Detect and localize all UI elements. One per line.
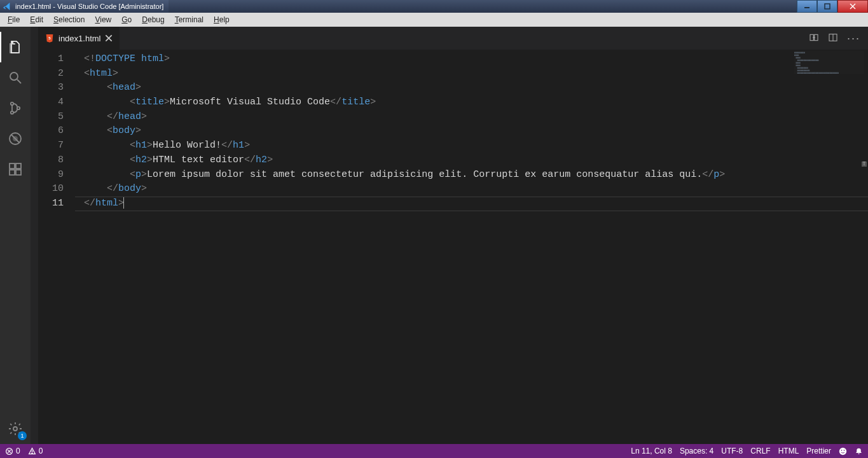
- status-feedback-icon[interactable]: [839, 447, 847, 455]
- svg-point-4: [10, 73, 18, 80]
- status-warnings[interactable]: 0: [28, 447, 43, 455]
- side-panel-collapsed[interactable]: [31, 27, 38, 444]
- line-number-gutter: 1234567891011: [38, 50, 75, 444]
- menu-go[interactable]: Go: [116, 14, 137, 25]
- svg-rect-12: [10, 163, 15, 169]
- svg-point-6: [11, 102, 13, 105]
- vscode-app-icon: [3, 1, 13, 11]
- window-title: index1.html - Visual Studio Code [Admini…: [15, 3, 163, 10]
- html-file-icon: 5: [45, 33, 55, 43]
- svg-point-8: [17, 107, 20, 109]
- menu-edit[interactable]: Edit: [25, 14, 48, 25]
- tab-label: index1.html: [59, 34, 100, 43]
- menu-terminal[interactable]: Terminal: [170, 14, 209, 25]
- menu-view[interactable]: View: [90, 14, 116, 25]
- status-encoding[interactable]: UTF-8: [721, 447, 743, 455]
- menu-help[interactable]: Help: [209, 14, 235, 25]
- svg-rect-13: [16, 163, 21, 169]
- minimap[interactable]: ▄▄▄▄▄▄▄▄▄▄ ▄▄▄ ▄▄▄▄▄▄▄▄▄▄▄▄▄▄ ▄▄▄ ▄▄▄ ▄▄…: [794, 51, 864, 74]
- svg-rect-1: [825, 4, 830, 9]
- window-buttons: [797, 0, 868, 13]
- activity-source-control[interactable]: [0, 93, 31, 123]
- svg-point-30: [841, 450, 843, 451]
- code-content[interactable]: <!DOCTYPE html><html> <head> <title>Micr…: [75, 50, 868, 444]
- tab-index1-html[interactable]: 5 index1.html: [38, 27, 120, 50]
- status-errors[interactable]: 0: [5, 447, 20, 455]
- window-maximize-button[interactable]: [817, 0, 837, 13]
- activity-explorer[interactable]: [0, 32, 31, 62]
- activity-debug[interactable]: [0, 123, 31, 154]
- status-notifications-icon[interactable]: [855, 447, 863, 455]
- activity-search[interactable]: [0, 62, 31, 93]
- status-cursor-position[interactable]: Ln 11, Col 8: [631, 447, 672, 455]
- svg-point-11: [13, 137, 17, 141]
- overview-ruler: T: [859, 50, 868, 444]
- settings-badge: 1: [18, 431, 27, 440]
- status-eol[interactable]: CRLF: [750, 447, 770, 455]
- tab-close-icon[interactable]: [104, 34, 113, 43]
- status-formatter[interactable]: Prettier: [806, 447, 831, 455]
- status-bar: 0 0 Ln 11, Col 8 Spaces: 4 UTF-8 CRLF HT…: [0, 444, 868, 458]
- svg-rect-15: [16, 170, 21, 175]
- menu-debug[interactable]: Debug: [137, 14, 169, 25]
- svg-line-5: [17, 80, 21, 83]
- more-actions-icon[interactable]: ···: [847, 32, 860, 45]
- status-language[interactable]: HTML: [778, 447, 799, 455]
- svg-point-16: [13, 427, 17, 431]
- svg-rect-14: [10, 170, 15, 175]
- editor-tabs: 5 index1.html ···: [38, 27, 868, 50]
- code-editor[interactable]: 1234567891011 <!DOCTYPE html><html> <hea…: [38, 50, 868, 444]
- overview-marker: T: [862, 162, 867, 167]
- status-indentation[interactable]: Spaces: 4: [680, 447, 713, 455]
- window-minimize-button[interactable]: [797, 0, 817, 13]
- svg-point-31: [844, 450, 845, 451]
- svg-point-29: [839, 447, 846, 454]
- activity-bar: 1: [0, 27, 31, 444]
- window-titlebar: index1.html - Visual Studio Code [Admini…: [0, 0, 868, 13]
- svg-point-7: [11, 111, 13, 114]
- window-close-button[interactable]: [837, 0, 868, 13]
- menu-selection[interactable]: Selection: [48, 14, 90, 25]
- menu-bar: File Edit Selection View Go Debug Termin…: [0, 13, 868, 27]
- svg-point-28: [32, 453, 32, 454]
- menu-file[interactable]: File: [3, 14, 25, 25]
- activity-settings[interactable]: 1: [0, 413, 31, 444]
- split-editor-icon[interactable]: [828, 32, 838, 45]
- compare-changes-icon[interactable]: [809, 32, 819, 45]
- activity-extensions[interactable]: [0, 154, 31, 184]
